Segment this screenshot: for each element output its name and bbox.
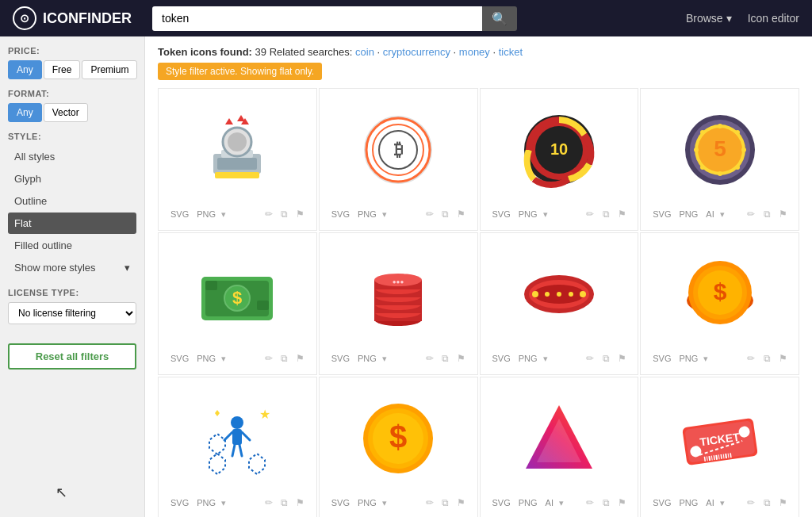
icon-1-edit-icon[interactable]: ✏ bbox=[262, 208, 275, 220]
icon-10-png-btn[interactable]: PNG bbox=[355, 497, 379, 508]
icon-3-format-dropdown[interactable]: ▾ bbox=[543, 209, 548, 220]
icon-1-format-dropdown[interactable]: ▾ bbox=[221, 209, 226, 220]
format-any-button[interactable]: Any bbox=[8, 103, 42, 122]
style-flat[interactable]: Flat bbox=[8, 213, 136, 234]
icon-5-png-btn[interactable]: PNG bbox=[194, 353, 218, 364]
related-cryptocurrency[interactable]: cryptocurrency bbox=[383, 46, 450, 58]
icon-10-flag-icon[interactable]: ⚑ bbox=[455, 496, 468, 509]
icon-6-format-dropdown[interactable]: ▾ bbox=[382, 354, 387, 364]
icon-4-svg-btn[interactable]: SVG bbox=[650, 209, 673, 220]
icon-2-copy-icon[interactable]: ⧉ bbox=[439, 208, 452, 220]
icon-7-format-dropdown[interactable]: ▾ bbox=[543, 354, 548, 364]
icon-4-png-btn[interactable]: PNG bbox=[676, 209, 700, 220]
icon-11-png-btn[interactable]: PNG bbox=[516, 497, 540, 508]
icon-10-copy-icon[interactable]: ⧉ bbox=[439, 496, 452, 509]
icon-12-format-dropdown[interactable]: ▾ bbox=[720, 498, 725, 508]
price-free-button[interactable]: Free bbox=[44, 60, 81, 79]
icon-7-png-btn[interactable]: PNG bbox=[516, 353, 540, 364]
icon-8-svg-btn[interactable]: SVG bbox=[650, 353, 673, 364]
search-button[interactable]: 🔍 bbox=[482, 6, 517, 31]
icon-5-flag-icon[interactable]: ⚑ bbox=[294, 352, 307, 365]
icon-card-3[interactable]: 10 SVG PNG ▾ ✏ ⧉ ⚑ bbox=[480, 88, 639, 231]
icon-11-flag-icon[interactable]: ⚑ bbox=[615, 496, 628, 509]
icon-7-edit-icon[interactable]: ✏ bbox=[584, 352, 596, 365]
icon-5-svg-btn[interactable]: SVG bbox=[168, 353, 191, 364]
icon-8-copy-icon[interactable]: ⧉ bbox=[760, 352, 773, 365]
icon-2-flag-icon[interactable]: ⚑ bbox=[455, 208, 468, 220]
icon-8-edit-icon[interactable]: ✏ bbox=[745, 352, 757, 365]
icon-12-svg-btn[interactable]: SVG bbox=[650, 497, 673, 508]
icon-2-png-btn[interactable]: PNG bbox=[355, 209, 379, 220]
icon-8-format-dropdown[interactable]: ▾ bbox=[703, 354, 708, 364]
browse-dropdown[interactable]: Browse ▾ bbox=[686, 12, 732, 25]
icon-11-ai-btn[interactable]: AI bbox=[543, 497, 556, 508]
icon-7-flag-icon[interactable]: ⚑ bbox=[615, 352, 628, 365]
style-all[interactable]: All styles bbox=[8, 146, 136, 167]
icon-editor-link[interactable]: Icon editor bbox=[748, 12, 799, 25]
icon-11-format-dropdown[interactable]: ▾ bbox=[559, 498, 564, 508]
icon-6-png-btn[interactable]: PNG bbox=[355, 353, 379, 364]
show-more-styles-button[interactable]: Show more styles ▾ bbox=[8, 257, 136, 278]
icon-4-format-dropdown[interactable]: ▾ bbox=[720, 209, 725, 220]
related-coin[interactable]: coin bbox=[355, 46, 374, 58]
icon-card-2[interactable]: ₿ SVG PNG ▾ ✏ ⧉ ⚑ bbox=[319, 88, 478, 231]
icon-7-copy-icon[interactable]: ⧉ bbox=[599, 352, 612, 365]
icon-5-edit-icon[interactable]: ✏ bbox=[262, 352, 275, 365]
icon-card-6[interactable]: ●●● SVG PNG ▾ ✏ ⧉ ⚑ bbox=[319, 232, 478, 375]
icon-4-ai-btn[interactable]: AI bbox=[703, 209, 716, 220]
icon-12-ai-btn[interactable]: AI bbox=[703, 497, 716, 508]
icon-11-svg-btn[interactable]: SVG bbox=[490, 497, 513, 508]
icon-5-format-dropdown[interactable]: ▾ bbox=[221, 354, 226, 364]
icon-6-svg-btn[interactable]: SVG bbox=[329, 353, 352, 364]
icon-1-png-btn[interactable]: PNG bbox=[194, 209, 218, 220]
icon-card-1[interactable]: SVG PNG ▾ ✏ ⧉ ⚑ bbox=[158, 88, 317, 231]
icon-4-flag-icon[interactable]: ⚑ bbox=[776, 208, 789, 220]
icon-2-edit-icon[interactable]: ✏ bbox=[423, 208, 436, 220]
icon-card-4[interactable]: 5 SVG PNG AI ▾ ✏ ⧉ ⚑ bbox=[640, 88, 799, 231]
icon-8-flag-icon[interactable]: ⚑ bbox=[776, 352, 789, 365]
icon-2-format-dropdown[interactable]: ▾ bbox=[382, 209, 387, 220]
icon-12-png-btn[interactable]: PNG bbox=[676, 497, 700, 508]
icon-2-svg-btn[interactable]: SVG bbox=[329, 209, 352, 220]
style-glyph[interactable]: Glyph bbox=[8, 168, 136, 190]
license-select[interactable]: No license filtering bbox=[8, 302, 136, 324]
icon-card-9[interactable]: ★ SVG PNG ▾ ✏ ⧉ ⚑ bbox=[158, 377, 317, 517]
icon-card-11[interactable]: SVG PNG AI ▾ ✏ ⧉ ⚑ bbox=[480, 377, 639, 517]
icon-card-7[interactable]: SVG PNG ▾ ✏ ⧉ ⚑ bbox=[480, 232, 639, 375]
search-input[interactable] bbox=[152, 6, 482, 31]
icon-10-format-dropdown[interactable]: ▾ bbox=[382, 498, 387, 508]
icon-3-edit-icon[interactable]: ✏ bbox=[584, 208, 596, 220]
icon-card-10[interactable]: $ SVG PNG ▾ ✏ ⧉ ⚑ bbox=[319, 377, 478, 517]
icon-7-svg-btn[interactable]: SVG bbox=[490, 353, 513, 364]
icon-3-png-btn[interactable]: PNG bbox=[516, 209, 540, 220]
icon-6-edit-icon[interactable]: ✏ bbox=[423, 352, 436, 365]
icon-6-copy-icon[interactable]: ⧉ bbox=[439, 352, 452, 365]
icon-9-copy-icon[interactable]: ⧉ bbox=[278, 496, 291, 509]
icon-3-svg-btn[interactable]: SVG bbox=[490, 209, 513, 220]
price-any-button[interactable]: Any bbox=[8, 60, 42, 79]
reset-filters-button[interactable]: Reset all filters bbox=[8, 343, 136, 370]
icon-12-edit-icon[interactable]: ✏ bbox=[745, 496, 757, 509]
icon-card-5[interactable]: $ SVG PNG ▾ ✏ ⧉ ⚑ bbox=[158, 232, 317, 375]
icon-9-svg-btn[interactable]: SVG bbox=[168, 497, 191, 508]
icon-3-flag-icon[interactable]: ⚑ bbox=[615, 208, 628, 220]
icon-4-copy-icon[interactable]: ⧉ bbox=[760, 208, 773, 220]
style-filled-outline[interactable]: Filled outline bbox=[8, 235, 136, 256]
icon-9-format-dropdown[interactable]: ▾ bbox=[221, 498, 226, 508]
related-ticket[interactable]: ticket bbox=[499, 46, 523, 58]
icon-1-copy-icon[interactable]: ⧉ bbox=[278, 208, 291, 220]
icon-10-edit-icon[interactable]: ✏ bbox=[423, 496, 436, 509]
icon-11-edit-icon[interactable]: ✏ bbox=[584, 496, 596, 509]
icon-4-edit-icon[interactable]: ✏ bbox=[745, 208, 757, 220]
style-outline[interactable]: Outline bbox=[8, 190, 136, 212]
icon-9-edit-icon[interactable]: ✏ bbox=[262, 496, 275, 509]
icon-card-8[interactable]: $ SVG PNG ▾ ✏ ⧉ ⚑ bbox=[640, 232, 799, 375]
format-vector-button[interactable]: Vector bbox=[44, 103, 88, 122]
icon-8-png-btn[interactable]: PNG bbox=[676, 353, 700, 364]
icon-6-flag-icon[interactable]: ⚑ bbox=[455, 352, 468, 365]
icon-12-copy-icon[interactable]: ⧉ bbox=[760, 496, 773, 509]
icon-5-copy-icon[interactable]: ⧉ bbox=[278, 352, 291, 365]
icon-1-svg-btn[interactable]: SVG bbox=[168, 209, 191, 220]
price-premium-button[interactable]: Premium bbox=[82, 60, 137, 79]
icon-9-flag-icon[interactable]: ⚑ bbox=[294, 496, 307, 509]
